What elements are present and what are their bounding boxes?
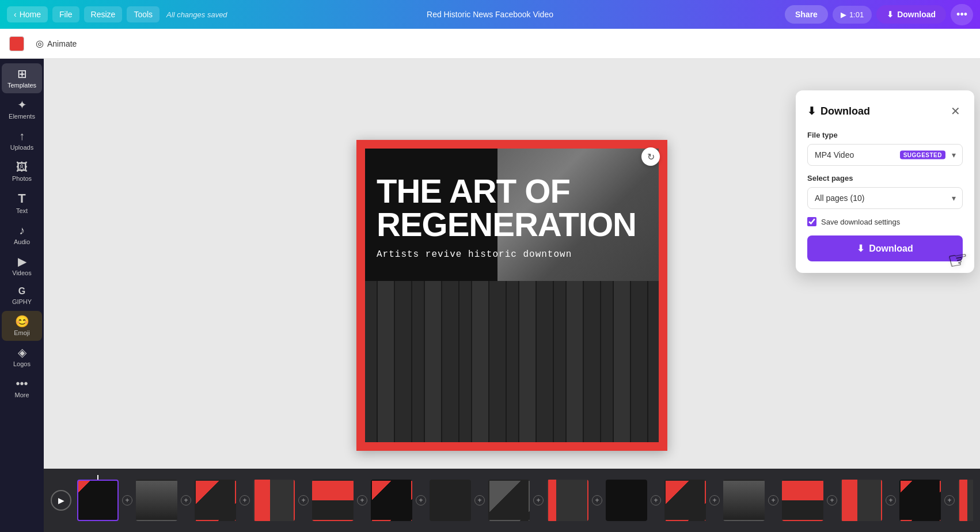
play-icon-timeline: ▶ [58, 496, 64, 505]
topbar-right-actions: Share ▶ 1:01 ⬇ Download ••• [785, 4, 973, 25]
add-frame-after-4[interactable]: + [298, 495, 309, 506]
select-pages-label: Select pages [807, 174, 963, 183]
sidebar-giphy-label: GIPHY [12, 298, 32, 305]
add-frame-after-10[interactable]: + [651, 495, 661, 506]
frame-thumbnail-14[interactable] [841, 480, 882, 521]
frame-thumbnail-10[interactable] [606, 480, 647, 521]
file-type-select[interactable]: MP4 Video GIF MOV WebM [807, 144, 963, 166]
frame-thumbnail-11[interactable] [664, 480, 706, 521]
add-frame-after-9[interactable]: + [592, 495, 602, 506]
canvas-inner: THE ART OF REGENERATION Artists revive h… [365, 149, 659, 442]
frame-thumbnail-7[interactable] [430, 480, 471, 521]
add-frame-after-11[interactable]: + [709, 495, 720, 506]
add-frame-after-5[interactable]: + [357, 495, 367, 506]
skyline-graphic [365, 281, 659, 443]
save-settings-checkbox[interactable] [807, 217, 816, 226]
color-swatch[interactable] [9, 36, 24, 51]
sidebar-item-photos[interactable]: 🖼 Photos [2, 157, 42, 187]
frame-thumbnail-15[interactable] [899, 480, 941, 521]
design-canvas[interactable]: THE ART OF REGENERATION Artists revive h… [356, 140, 667, 451]
timeline-thumb-13[interactable] [782, 480, 823, 521]
resize-button[interactable]: Resize [84, 6, 123, 22]
frame-thumbnail-3[interactable] [195, 480, 236, 521]
sidebar-item-videos[interactable]: ▶ Videos [2, 251, 42, 281]
sidebar-item-giphy[interactable]: G GIPHY [2, 282, 42, 310]
sidebar-item-elements[interactable]: ✦ Elements [2, 94, 42, 124]
share-label: Share [795, 10, 818, 19]
timeline-thumb-1[interactable] [77, 480, 119, 521]
refresh-button[interactable]: ↻ [641, 147, 660, 166]
add-frame-after-2[interactable]: + [181, 495, 191, 506]
timeline-thumb-9[interactable] [547, 480, 588, 521]
timeline-thumb-5[interactable] [312, 480, 354, 521]
sidebar-item-uploads[interactable]: ↑ Uploads [2, 126, 42, 155]
save-settings-label[interactable]: Save download settings [821, 218, 900, 226]
topbar: ‹ Home File Resize Tools All changes sav… [0, 0, 980, 29]
timeline-thumb-11[interactable] [664, 480, 706, 521]
timeline-scroll[interactable]: + + + + + [77, 474, 973, 526]
sidebar-item-text[interactable]: T Text [2, 188, 42, 219]
select-pages-select[interactable]: All pages (10) Current page Custom range [807, 187, 963, 209]
add-frame-after-13[interactable]: + [827, 495, 837, 506]
file-button[interactable]: File [52, 6, 79, 22]
sidebar-item-more[interactable]: ••• More [2, 373, 42, 403]
animate-label: Animate [47, 39, 77, 48]
frame-thumbnail-16[interactable] [958, 480, 973, 521]
sidebar-emoji-label: Emoji [14, 329, 30, 336]
sidebar-more-label: More [14, 392, 29, 398]
timeline-thumb-7[interactable] [430, 480, 471, 521]
add-frame-after-1[interactable]: + [122, 495, 132, 506]
sidebar-item-logos[interactable]: ◈ Logos [2, 342, 42, 372]
sidebar-item-emoji[interactable]: 😊 Emoji [2, 311, 42, 341]
frame-thumbnail-9[interactable] [547, 480, 588, 521]
share-button[interactable]: Share [785, 5, 828, 24]
more-options-button[interactable]: ••• [951, 4, 973, 25]
add-frame-after-6[interactable]: + [416, 495, 426, 506]
timeline-thumb-8[interactable] [488, 480, 530, 521]
frame-thumbnail-13[interactable] [782, 480, 823, 521]
panel-header: ⬇ Download ✕ [807, 102, 963, 120]
download-panel: ⬇ Download ✕ File type MP4 Video GIF MOV… [796, 90, 974, 273]
preview-button[interactable]: ▶ 1:01 [833, 6, 872, 24]
panel-title-text: Download [821, 105, 870, 117]
frame-thumbnail-4[interactable] [253, 480, 295, 521]
add-frame-after-14[interactable]: + [886, 495, 896, 506]
timeline-thumb-15[interactable] [899, 480, 941, 521]
timeline-thumb-2[interactable] [136, 480, 177, 521]
videos-icon: ▶ [18, 256, 26, 267]
frame-thumbnail-6[interactable] [371, 480, 412, 521]
sidebar-item-audio[interactable]: ♪ Audio [2, 220, 42, 250]
timeline-thumb-3[interactable] [195, 480, 236, 521]
play-button[interactable]: ▶ [51, 490, 71, 511]
add-frame-after-8[interactable]: + [533, 495, 544, 506]
timeline-thumb-10[interactable] [606, 480, 647, 521]
add-frame-after-3[interactable]: + [240, 495, 250, 506]
frame-thumbnail-5[interactable] [312, 480, 354, 521]
canvas-area: THE ART OF REGENERATION Artists revive h… [44, 59, 980, 532]
timeline-thumb-14[interactable] [841, 480, 882, 521]
animate-icon: ◎ [36, 38, 44, 49]
download-action-button[interactable]: ⬇ Download [807, 235, 963, 261]
add-frame-after-15[interactable]: + [944, 495, 955, 506]
timeline-thumb-12[interactable] [723, 480, 765, 521]
timeline-thumb-16[interactable] [958, 480, 973, 521]
timeline-thumb-6[interactable] [371, 480, 412, 521]
frame-inner-1 [78, 481, 117, 520]
add-frame-after-12[interactable]: + [768, 495, 778, 506]
panel-close-button[interactable]: ✕ [948, 102, 963, 120]
file-label: File [59, 10, 73, 19]
frame-thumbnail-1[interactable] [77, 480, 119, 521]
frame-thumbnail-8[interactable] [488, 480, 530, 521]
save-settings-row: Save download settings [807, 217, 963, 226]
sidebar-item-templates[interactable]: ⊞ Templates [2, 63, 42, 93]
tools-button[interactable]: Tools [127, 6, 159, 22]
home-button[interactable]: ‹ Home [7, 6, 48, 22]
secondary-toolbar: ◎ Animate [0, 29, 980, 59]
frame-thumbnail-2[interactable] [136, 480, 177, 521]
timeline-thumb-4[interactable] [253, 480, 295, 521]
add-frame-after-7[interactable]: + [474, 495, 485, 506]
sidebar-text-label: Text [16, 207, 28, 214]
animate-button[interactable]: ◎ Animate [30, 35, 82, 52]
download-button-top[interactable]: ⬇ Download [876, 5, 946, 24]
frame-thumbnail-12[interactable] [723, 480, 765, 521]
